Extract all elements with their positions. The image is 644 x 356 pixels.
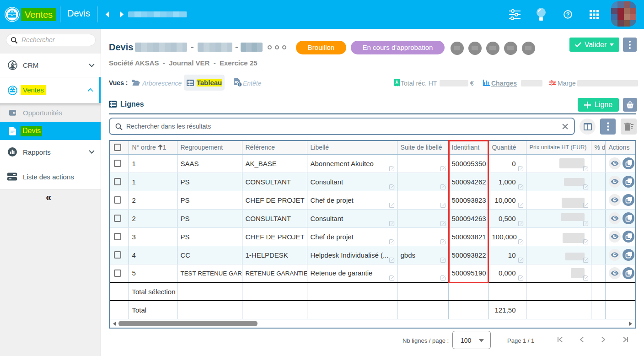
svg-text:i: i [239,83,240,86]
svg-text:$: $ [396,80,398,84]
svg-text:?: ? [566,11,570,18]
